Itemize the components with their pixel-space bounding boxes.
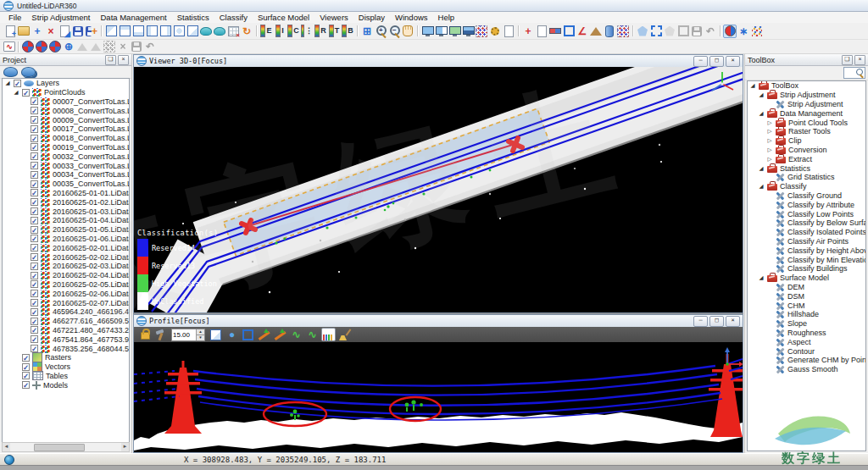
visibility-checkbox[interactable]: ✓	[31, 207, 38, 215]
visibility-checkbox[interactable]: ✓	[31, 116, 38, 124]
clear-classification-button[interactable]: ×	[116, 40, 130, 53]
project-item-20160625-02-04-lidata[interactable]: ✓20160625-02-04.LiData	[3, 271, 129, 280]
visibility-checkbox[interactable]: ✓	[31, 107, 38, 114]
scroll-left-arrow-icon[interactable]: ◄	[3, 443, 10, 451]
grid-tool-button[interactable]	[103, 40, 116, 53]
export-table-button[interactable]: ×	[226, 25, 240, 38]
undo-selection-button[interactable]: ↶	[704, 25, 717, 38]
project-item-20160625-01-04-lidata[interactable]: ✓20160625-01-04.LiData	[3, 216, 129, 225]
visibility-checkbox[interactable]: ✓	[22, 372, 30, 379]
toolbox-item-classify-by-below-surface[interactable]: Classify by Below Surface	[748, 218, 865, 228]
tree-expander-icon[interactable]: ◢	[758, 274, 765, 281]
visibility-checkbox[interactable]: ✓	[22, 363, 30, 371]
classify-color-button[interactable]	[35, 40, 48, 53]
toolbox-search-input[interactable]	[843, 67, 865, 79]
profile-minimize-button[interactable]: –	[693, 316, 708, 327]
tree-expander-icon[interactable]: ◢	[758, 110, 765, 117]
save-project-as-button[interactable]: +	[85, 25, 98, 38]
measure-note-button[interactable]	[535, 25, 548, 38]
split-viewer-button[interactable]	[461, 25, 475, 38]
toolbox-item-hillshade[interactable]: Hillshade	[748, 310, 865, 319]
tree-expander-icon[interactable]: ◢	[758, 183, 765, 190]
visibility-checkbox[interactable]: ✓	[31, 217, 38, 224]
measure-angle-button[interactable]: ∠	[576, 25, 589, 38]
tree-expander-icon[interactable]: ◢	[758, 91, 765, 98]
project-item-00009-converttolas-lidata[interactable]: ✓00009_ConvertToLas.LiData	[3, 115, 129, 124]
tree-expander-icon[interactable]: ▷	[766, 156, 773, 163]
view-back-button[interactable]	[172, 25, 186, 38]
project-item-00017-converttolas-lidata[interactable]: ✓00017_ConvertToLas.LiData	[3, 124, 129, 134]
profile-3d-button[interactable]	[209, 328, 223, 341]
visibility-checkbox[interactable]: ✓	[31, 198, 38, 206]
view-top-button[interactable]	[104, 25, 118, 38]
toolbox-item-raster-tools[interactable]: ▷Raster Tools	[748, 127, 865, 136]
show-all-layers-button[interactable]	[21, 67, 36, 77]
select-rectangle-button[interactable]	[649, 25, 663, 38]
visibility-checkbox[interactable]: ✓	[31, 235, 38, 242]
segment-by-seed-button[interactable]: ⊕	[62, 40, 75, 53]
spinner-down-icon[interactable]: ▼	[196, 335, 204, 340]
profile-width-input[interactable]	[172, 330, 196, 340]
rotate-view-button[interactable]: ↻	[240, 25, 253, 38]
toolbox-item-classify-ground[interactable]: Classify Ground	[748, 191, 865, 201]
tree-expander-icon[interactable]: ▷	[766, 147, 773, 153]
select-polygon-button[interactable]	[636, 25, 649, 38]
tin-mesh-2-button[interactable]	[89, 40, 103, 53]
project-panel-dock-button[interactable]: ❏	[105, 55, 116, 65]
visibility-checkbox[interactable]: ✓	[31, 125, 38, 133]
project-item-466277-616-466509-528-lidata[interactable]: ✓466277.616_466509.528.LiData	[3, 317, 129, 326]
visibility-checkbox[interactable]: ✓	[31, 226, 38, 234]
toolbox-item-data-management[interactable]: ◢Data Management	[748, 108, 865, 118]
visibility-checkbox[interactable]: ✓	[22, 354, 30, 362]
project-panel-close-button[interactable]: ×	[118, 55, 129, 65]
project-item-20160625-01-05-lidata[interactable]: ✓20160625-01-05.LiData	[3, 225, 129, 235]
viewer-3d-close-button[interactable]: ×	[726, 56, 740, 67]
profile-measure-button[interactable]	[273, 328, 287, 341]
measure-area-button[interactable]	[562, 25, 576, 38]
toolbox-item-classify-low-points[interactable]: Classify Low Points	[748, 209, 865, 218]
project-item-20160625-01-03-lidata[interactable]: ✓20160625-01-03.LiData	[3, 207, 129, 216]
toolbox-item-generate-chm-by-point-clou[interactable]: Generate CHM by Point Clou	[748, 356, 865, 365]
visibility-checkbox[interactable]: ✓	[31, 318, 38, 325]
toolbox-panel-dock-button[interactable]: ❏	[842, 55, 853, 65]
profile-fit-line-2-button[interactable]: ∿	[305, 328, 320, 341]
visibility-checkbox[interactable]: ✓	[31, 326, 38, 334]
visibility-checkbox[interactable]: ✓	[31, 152, 38, 160]
color-by-class-button[interactable]: C	[287, 25, 300, 38]
project-item-vectors[interactable]: ✓Vectors	[3, 362, 129, 372]
measure-density-button[interactable]	[616, 25, 630, 38]
classify-interactive-button[interactable]	[21, 40, 35, 53]
tree-expander-icon[interactable]: ◢	[4, 80, 11, 86]
scroll-right-arrow-icon[interactable]: ►	[121, 443, 129, 451]
measure-height-button[interactable]	[603, 25, 616, 38]
project-item-20160625-01-06-lidata[interactable]: ✓20160625-01-06.LiData	[3, 235, 129, 244]
profile-width-spinner[interactable]: ▲▼	[171, 329, 205, 341]
link-viewers-button[interactable]	[434, 25, 448, 38]
toolbox-item-classify-by-attribute[interactable]: Classify by Attribute	[748, 200, 865, 209]
viewer-3d-canvas[interactable]: Classification(s) Reserved14Reserved13Hi…	[134, 67, 743, 312]
visibility-checkbox[interactable]: ✓	[31, 290, 38, 297]
project-horizontal-scrollbar[interactable]: ◄ ►	[2, 442, 130, 452]
tree-expander-icon[interactable]: ◢	[758, 165, 765, 172]
show-pointcloud-layers-button[interactable]	[3, 67, 18, 77]
menu-classify[interactable]: Classify	[214, 13, 253, 22]
color-blend-button[interactable]: B	[341, 25, 354, 38]
profile-rotate-button[interactable]	[257, 328, 271, 341]
toolbox-item-statistics[interactable]: ◢Statistics	[748, 163, 865, 173]
toolbox-item-classify-buildings[interactable]: Classify Buildings	[748, 264, 865, 274]
project-item-20160625-01-01-lidata[interactable]: ✓20160625-01-01.LiData	[3, 189, 129, 198]
remove-data-button[interactable]: ×	[44, 25, 58, 38]
color-by-time-button[interactable]: T	[327, 25, 341, 38]
open-data-button[interactable]	[17, 25, 31, 38]
project-item-tables[interactable]: ✓Tables	[3, 372, 129, 381]
project-item-00035-converttolas-lidata[interactable]: ✓00035_ConvertToLas.LiData	[3, 180, 129, 189]
toolbox-item-conversion[interactable]: ▷Conversion	[748, 146, 865, 155]
profile-canvas[interactable]	[134, 342, 743, 452]
menu-windows[interactable]: Windows	[390, 13, 433, 22]
visibility-checkbox[interactable]: ✓	[31, 308, 38, 316]
project-item-20160625-02-03-lidata[interactable]: ✓20160625-02-03.LiData	[3, 262, 129, 271]
project-item-rasters[interactable]: ✓Rasters	[3, 353, 129, 362]
new-project-button[interactable]: +	[3, 25, 17, 38]
point-cloud-view-button[interactable]	[199, 25, 213, 38]
toolbox-panel-close-button[interactable]: ×	[854, 55, 865, 65]
